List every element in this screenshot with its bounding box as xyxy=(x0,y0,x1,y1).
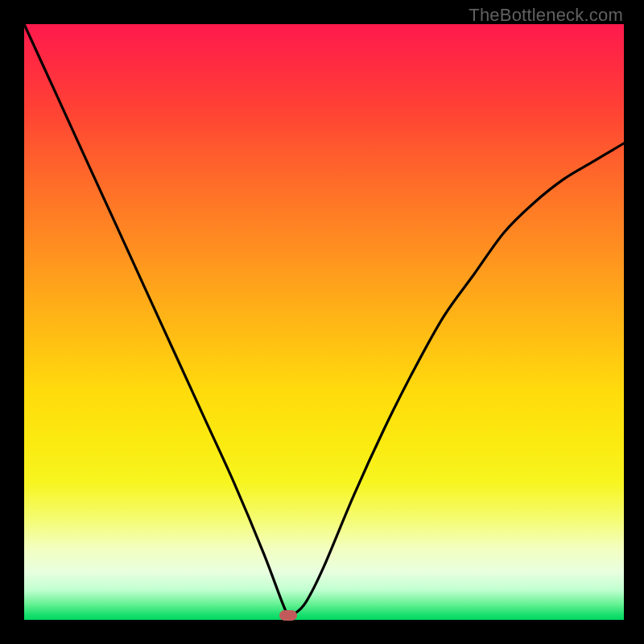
curve-path xyxy=(24,24,624,615)
chart-frame: TheBottleneck.com xyxy=(0,0,644,644)
optimum-marker xyxy=(279,610,297,621)
watermark-text: TheBottleneck.com xyxy=(469,5,623,26)
bottleneck-curve xyxy=(24,24,624,620)
plot-area xyxy=(24,24,624,620)
